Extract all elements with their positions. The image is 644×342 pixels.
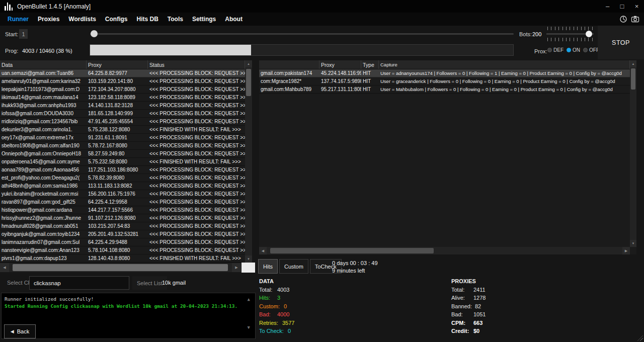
scroll-down-icon[interactable]: ▼ bbox=[630, 240, 636, 247]
runner-row[interactable]: ihukk93@gmail.com:anhphu1993 14.140.131.… bbox=[0, 102, 245, 110]
runner-row[interactable]: histiqpower@gmail.com:ardana 144.217.7.1… bbox=[0, 206, 245, 214]
hit-row[interactable]: com:Mgrace1982* 137.74.167.5:9898 HIT Us… bbox=[259, 77, 630, 86]
scroll-left-icon[interactable]: ◀ bbox=[259, 247, 267, 254]
column-header-data[interactable] bbox=[259, 60, 319, 69]
radio-dot-icon bbox=[583, 48, 588, 52]
runner-grid-hscrollbar[interactable]: ◀ ▶ bbox=[0, 263, 241, 272]
start-slider-handle[interactable] bbox=[91, 30, 98, 37]
row-capture-cell: User = adnanyounus174 | Followers = 0 | … bbox=[379, 70, 630, 76]
runner-row[interactable]: lanimnazarrudin07@gmail.com:Sul 64.225.4… bbox=[0, 238, 245, 246]
tab[interactable]: Custom bbox=[279, 259, 308, 274]
menu-item[interactable]: About bbox=[220, 13, 247, 26]
runner-row[interactable]: athi48bnh@gmail.com:samia1986 113.11.183… bbox=[0, 182, 245, 190]
column-header-status[interactable]: Status bbox=[148, 60, 245, 69]
resize-grip[interactable] bbox=[637, 335, 643, 341]
menu-item[interactable]: Runner bbox=[3, 13, 33, 26]
hit-row[interactable]: gmail.com:pakistan174 45.224.148.116:999… bbox=[259, 69, 630, 77]
column-header-data[interactable]: Data bbox=[0, 60, 87, 69]
runner-row[interactable]: nansteevigie@gmail.com:Anan123 5.78.104.… bbox=[0, 246, 245, 254]
menu-items: Runner Proxies Wordlists Configs Hits DB… bbox=[3, 13, 247, 26]
runner-row[interactable]: oey17x@gmail.com:extreme17x 91.231.61.1:… bbox=[0, 134, 245, 142]
row-proxy-cell: 5.78.104.108:8080 bbox=[87, 247, 148, 253]
scroll-down-icon[interactable]: ▼ bbox=[248, 324, 250, 331]
close-button[interactable]: × bbox=[629, 0, 644, 13]
scrollbar-thumb[interactable] bbox=[631, 68, 635, 90]
scroll-up-icon[interactable]: ▲ bbox=[630, 60, 636, 67]
row-capture-cell: User = graceanderick | Followers = 0 | F… bbox=[379, 78, 630, 84]
start-slider[interactable] bbox=[90, 33, 514, 35]
row-proxy-cell: 144.217.7.157:5566 bbox=[87, 207, 148, 213]
runner-row[interactable]: pivrs1@gmail.com:dapup123 128.140.43.8:8… bbox=[0, 254, 245, 263]
scroll-down-icon[interactable]: ▼ bbox=[245, 255, 252, 263]
scrollbar-thumb[interactable] bbox=[270, 248, 434, 253]
scroll-left-icon[interactable]: ◀ bbox=[0, 263, 9, 272]
menu-item[interactable]: Configs bbox=[101, 13, 132, 26]
start-input[interactable] bbox=[19, 29, 28, 39]
runner-row[interactable]: hmadnurull028@gmail.com:ab051 103.215.20… bbox=[0, 222, 245, 230]
runner-row[interactable]: dekunler3@gmail.com:arinola1. 5.75.238.1… bbox=[0, 126, 245, 134]
column-header-proxy[interactable]: Proxy bbox=[87, 60, 148, 69]
runner-controls: Start: Bots: 200 Prog: 4003 / 10460 (38 … bbox=[0, 26, 598, 59]
menu-item[interactable]: Settings bbox=[188, 13, 220, 26]
runner-row[interactable]: oyibnganjuk@gmail.com:toyib1234 205.201.… bbox=[0, 230, 245, 238]
hit-row[interactable]: gmail.com:Mahbub789 95.217.131.11:8080 H… bbox=[259, 86, 630, 94]
hits-grid-vscrollbar[interactable]: ▲ ▼ bbox=[630, 60, 636, 247]
runner-row[interactable]: hrissyjhunnez2@gmail.com:Jhunne 91.107.2… bbox=[0, 214, 245, 222]
runner-row[interactable]: iikimaul14@gmail.com:maulana14 123.182.5… bbox=[0, 94, 245, 102]
runner-row[interactable]: onpateroena145@gmail.com:ayme 5.75.232.5… bbox=[0, 158, 245, 166]
start-label: Start: bbox=[5, 31, 18, 37]
stat-label: Total: bbox=[451, 286, 473, 294]
stats-gauge-icon[interactable] bbox=[619, 15, 627, 23]
hits-grid-hscrollbar[interactable]: ◀ ▶ bbox=[259, 247, 630, 254]
runner-row[interactable]: iofssa@gmail.com:DOUDA3030 181.65.128.14… bbox=[0, 110, 245, 118]
menu-item[interactable]: Proxies bbox=[33, 13, 64, 26]
tab[interactable]: Hits bbox=[258, 259, 278, 274]
runner-row[interactable]: amelanruly01@gmail.com:karina32 103.159.… bbox=[0, 77, 245, 86]
bots-slider-handle[interactable] bbox=[586, 31, 592, 37]
back-button[interactable]: ◀ Back bbox=[4, 324, 36, 338]
runner-row[interactable]: Onniepoh@gmail.com:OnniepoH18 58.27.59.2… bbox=[0, 150, 245, 158]
runner-row[interactable]: sbeltoro1908@gmail.com:alfan190 5.78.72.… bbox=[0, 142, 245, 150]
row-data-cell: com:Mgrace1982* bbox=[259, 78, 319, 84]
proxy-mode-option[interactable]: OFF bbox=[583, 47, 599, 53]
scroll-up-icon[interactable]: ▲ bbox=[248, 296, 250, 303]
scroll-right-icon[interactable]: ▶ bbox=[232, 263, 241, 272]
row-status-cell: <<< PROCESSING BLOCK: REQUEST >>> bbox=[148, 175, 245, 181]
row-proxy-cell: 58.27.59.249:80 bbox=[87, 151, 148, 156]
runner-row[interactable]: leepakjain17101973@gmail.com:D 172.104.3… bbox=[0, 86, 245, 94]
screenshot-camera-icon[interactable] bbox=[631, 15, 639, 23]
stat-value: 3577 bbox=[282, 319, 294, 327]
column-header-proxy[interactable]: Proxy bbox=[319, 60, 361, 69]
minimize-button[interactable]: – bbox=[600, 0, 615, 13]
scrollbar-thumb[interactable] bbox=[13, 264, 228, 271]
runner-row[interactable]: yukri.ibrahim@rocketmail.com:msi 156.200… bbox=[0, 190, 245, 198]
proxy-mode-option[interactable]: DEF bbox=[547, 47, 564, 53]
runner-row[interactable]: rridloriziq@gmail.com:1234567bib 47.91.4… bbox=[0, 118, 245, 126]
runner-row[interactable]: aonaa789@gmail.com:Aaonaa456 117.251.103… bbox=[0, 166, 245, 174]
scroll-right-icon[interactable]: ▶ bbox=[622, 247, 630, 254]
row-proxy-cell: 64.225.4.29:9488 bbox=[87, 239, 148, 245]
row-proxy-cell: 172.104.34.207:8080 bbox=[87, 87, 148, 92]
config-input[interactable] bbox=[29, 276, 129, 290]
row-type-cell: HIT bbox=[361, 78, 379, 84]
scrollbar-thumb[interactable] bbox=[246, 69, 251, 96]
proxy-mode-option[interactable]: ON bbox=[567, 47, 580, 53]
column-header-type[interactable]: Type bbox=[361, 60, 379, 69]
maximize-button[interactable]: □ bbox=[615, 0, 629, 13]
stat-label: Bad: bbox=[259, 310, 277, 319]
stat-value: 4003 bbox=[277, 286, 289, 294]
menu-item[interactable]: Wordlists bbox=[64, 13, 100, 26]
bots-slider[interactable] bbox=[546, 27, 594, 41]
stop-button[interactable]: STOP bbox=[598, 26, 644, 59]
runner-row[interactable]: uan.semazi@gmail.com:Tuan86 64.225.8.82:… bbox=[0, 69, 245, 77]
progress-bar bbox=[90, 44, 514, 56]
menu-item[interactable]: Hits DB bbox=[132, 13, 163, 26]
scroll-up-icon[interactable]: ▲ bbox=[245, 60, 252, 67]
column-header-capture[interactable]: Capture bbox=[379, 60, 630, 69]
stat-value: 0 bbox=[288, 327, 291, 335]
runner-row[interactable]: ravan897@gmail.com:god_gift25 64.225.4.1… bbox=[0, 198, 245, 206]
runner-grid-vscrollbar[interactable]: ▲ ▼ bbox=[245, 60, 252, 263]
menu-item[interactable]: Tools bbox=[163, 13, 188, 26]
runner-row[interactable]: est_profi@yahoo.com:Deeagagu2( 5.78.82.3… bbox=[0, 174, 245, 182]
row-data-cell: sbeltoro1908@gmail.com:alfan190 bbox=[0, 143, 87, 148]
